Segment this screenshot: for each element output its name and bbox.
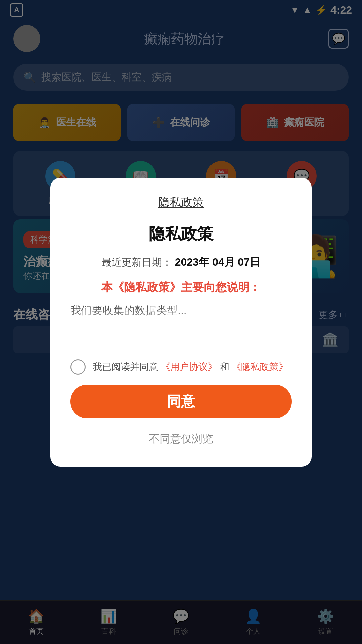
modal-update-label: 最近更新日期： xyxy=(102,257,172,268)
user-agreement-link[interactable]: 《用户协议》 xyxy=(161,362,217,372)
modal-agree-row: 我已阅读并同意 《用户协议》 和 《隐私政策》 xyxy=(70,359,292,375)
agree-checkbox[interactable] xyxy=(70,359,86,375)
modal-main-title: 隐私政策 xyxy=(70,223,292,245)
modal-overlay: 隐私政策 隐私政策 最近更新日期： 2023年 04月 07日 本《隐私政策》主… xyxy=(0,0,362,644)
decline-button[interactable]: 不同意仅浏览 xyxy=(70,428,292,450)
modal-update-month: 04月 xyxy=(212,256,235,268)
modal-update-day: 07日 xyxy=(238,256,260,268)
agree-text-prefix: 我已阅读并同意 xyxy=(93,362,158,372)
privacy-policy-link[interactable]: 《隐私政策》 xyxy=(232,362,288,372)
modal-divider xyxy=(70,349,292,349)
modal-agree-text: 我已阅读并同意 《用户协议》 和 《隐私政策》 xyxy=(93,361,288,373)
privacy-modal: 隐私政策 隐私政策 最近更新日期： 2023年 04月 07日 本《隐私政策》主… xyxy=(50,178,312,467)
modal-subtitle: 本《隐私政策》主要向您说明： xyxy=(70,280,292,295)
agree-and: 和 xyxy=(220,362,229,372)
modal-title-bar: 隐私政策 xyxy=(70,195,292,210)
modal-update-year: 2023年 xyxy=(175,256,209,268)
modal-content-preview: 我们要收集的数据类型... xyxy=(70,302,292,335)
modal-update-date: 最近更新日期： 2023年 04月 07日 xyxy=(70,255,292,270)
modal-title-link[interactable]: 隐私政策 xyxy=(158,196,204,208)
agree-button[interactable]: 同意 xyxy=(70,385,292,418)
